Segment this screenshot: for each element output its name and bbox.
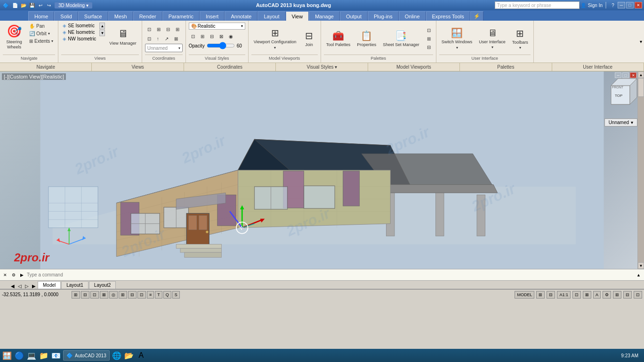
- undo-btn[interactable]: ↩: [37, 1, 44, 9]
- unnamed-input[interactable]: Unnamed ▾: [145, 44, 183, 52]
- viewport-config-btn[interactable]: ⊞ Viewport Configuration ▾: [251, 27, 299, 50]
- cmd-arrow-btn[interactable]: ▶: [19, 272, 25, 278]
- tab-annotate[interactable]: Annotate: [225, 11, 258, 21]
- section-views[interactable]: Views: [92, 63, 184, 71]
- tab-layout[interactable]: Layout: [258, 11, 285, 21]
- grid-btn[interactable]: ⊟: [81, 291, 89, 299]
- scroll-thumb[interactable]: [638, 78, 644, 97]
- coord-btn-1[interactable]: ⊡: [145, 25, 153, 33]
- command-input[interactable]: [27, 271, 633, 279]
- close-btn[interactable]: ✕: [635, 2, 642, 8]
- tab-model[interactable]: Model: [38, 281, 61, 289]
- save-btn[interactable]: 💾: [28, 1, 36, 9]
- status-extra-1[interactable]: ⊞: [613, 291, 621, 299]
- coord-btn-8[interactable]: ⊠: [172, 34, 180, 43]
- tab-plugins[interactable]: Plug-ins: [368, 11, 399, 21]
- viewport-scale[interactable]: ⊞: [536, 291, 545, 299]
- tab-nav-prev[interactable]: ◁: [16, 283, 23, 289]
- viewport-scale-2[interactable]: ⊟: [547, 291, 555, 299]
- tab-home[interactable]: Home: [28, 11, 54, 21]
- vs-btn-1[interactable]: ⊡: [189, 31, 197, 41]
- orbit-btn[interactable]: 🔄 Orbit ▾: [27, 30, 55, 37]
- status-extra-2[interactable]: ⊟: [623, 291, 632, 299]
- nav-cube[interactable]: TOP FRONT: [602, 76, 639, 114]
- steering-wheels-btn[interactable]: 🎯 Steering Wheels: [3, 23, 25, 51]
- tab-manage[interactable]: Manage: [309, 11, 340, 21]
- tab-layout2[interactable]: Layout2: [89, 281, 116, 289]
- section-palettes[interactable]: Palettes: [460, 63, 552, 71]
- cmd-settings-btn[interactable]: ⚙: [10, 272, 17, 278]
- otrack-btn[interactable]: ⊞: [119, 291, 127, 299]
- opacity-slider[interactable]: [207, 43, 235, 48]
- viewport-label[interactable]: [-][Custom View][Realistic]: [2, 73, 66, 80]
- tab-parametric[interactable]: Parametric: [162, 11, 200, 21]
- cmd-scroll-btn[interactable]: ▲: [635, 272, 642, 278]
- clean-screen[interactable]: ⊡: [634, 291, 642, 299]
- tab-mesh[interactable]: Mesh: [108, 11, 133, 21]
- coord-btn-4[interactable]: ⊞: [173, 25, 182, 33]
- lw-btn[interactable]: ≡: [147, 291, 154, 299]
- tab-extra[interactable]: ⚡: [470, 11, 483, 21]
- visual-style-selector[interactable]: 🎨 Realistic ▾: [189, 23, 245, 30]
- palette-extra-1[interactable]: ⊡: [425, 26, 433, 34]
- section-visual-styles[interactable]: Visual Styles▾: [276, 63, 368, 71]
- view-manager-btn[interactable]: 🖥 View Manager: [107, 23, 138, 51]
- palette-extra-2[interactable]: ⊞: [425, 35, 433, 42]
- ne-isometric-btn[interactable]: ◈ NE Isometric: [61, 29, 97, 35]
- viewport-minimize[interactable]: ─: [615, 72, 621, 78]
- taskbar-icon-3[interactable]: 📁: [39, 350, 49, 361]
- vs-btn-4[interactable]: ⊠: [217, 31, 225, 41]
- osnap-btn[interactable]: ◎: [109, 291, 118, 299]
- restore-btn[interactable]: □: [626, 2, 634, 8]
- tab-view[interactable]: View: [286, 11, 309, 21]
- section-navigate[interactable]: Navigate: [0, 63, 92, 71]
- autocad-taskbar-btn[interactable]: 🔷 AutoCAD 2013: [63, 350, 110, 361]
- viewport-canvas[interactable]: ✛ 2pro.ir 2pro.ir 2pro.ir 2pro.ir 2pro.i…: [0, 71, 644, 269]
- workspace-selector[interactable]: 3D Modeling ▾: [55, 2, 92, 8]
- switch-windows-btn[interactable]: 🪟 Switch Windows ▾: [439, 27, 475, 50]
- minimize-btn[interactable]: ─: [618, 2, 625, 8]
- tab-nav-next[interactable]: ▷: [24, 283, 30, 289]
- extents-btn[interactable]: ⊞ Extents ▾: [27, 38, 55, 45]
- tab-insert[interactable]: Insert: [200, 11, 225, 21]
- help-btn[interactable]: ?: [609, 1, 617, 9]
- sheet-set-manager-btn[interactable]: 📑 Sheet Set Manager: [380, 27, 422, 50]
- viewport-close[interactable]: ✕: [630, 72, 636, 78]
- scroll-down-btn[interactable]: ▼: [638, 262, 644, 269]
- se-isometric-btn[interactable]: ◈ SE Isometric: [61, 23, 97, 29]
- tab-surface[interactable]: Surface: [78, 11, 108, 21]
- tab-nav-right[interactable]: ▶: [31, 283, 37, 289]
- tab-nav-left[interactable]: ◀: [9, 283, 16, 289]
- vs-btn-2[interactable]: ⊞: [198, 31, 207, 41]
- vs-btn-5[interactable]: ◉: [226, 31, 235, 41]
- scroll-track[interactable]: [638, 78, 644, 262]
- tab-layout1[interactable]: Layout1: [61, 281, 89, 289]
- sc-btn[interactable]: S: [172, 291, 180, 299]
- pan-btn[interactable]: ✋ Pan: [27, 23, 55, 30]
- taskbar-icon-5[interactable]: 🌐: [112, 350, 122, 361]
- ribbon-collapse[interactable]: ▾: [638, 21, 644, 63]
- viewport-restore[interactable]: □: [622, 72, 629, 78]
- dyn-btn[interactable]: ⊡: [137, 291, 146, 299]
- join-btn[interactable]: ⊟ Join: [301, 27, 318, 50]
- properties-btn[interactable]: 📋 Properties: [354, 27, 378, 50]
- viewport-scrollbar[interactable]: ▲ ▼: [637, 71, 644, 269]
- model-indicator[interactable]: MODEL: [515, 291, 534, 299]
- qp-btn[interactable]: Q: [163, 291, 171, 299]
- coord-btn-2[interactable]: ⊞: [154, 25, 163, 33]
- tab-express-tools[interactable]: Express Tools: [426, 11, 470, 21]
- coord-btn-7[interactable]: ↗: [162, 34, 171, 43]
- scroll-up-btn[interactable]: ▲: [638, 71, 644, 78]
- section-coordinates[interactable]: Coordinates: [184, 63, 276, 71]
- tab-output[interactable]: Output: [340, 11, 368, 21]
- viewport-named-dropdown[interactable]: Unnamed ▾: [604, 118, 637, 126]
- scale-display[interactable]: A 1:1: [557, 291, 571, 299]
- ducs-btn[interactable]: ⊟: [128, 291, 137, 299]
- section-user-interface[interactable]: User Interface: [552, 63, 644, 71]
- user-interface-btn[interactable]: 🖥 User Interface ▾: [476, 27, 508, 50]
- taskbar-icon-4[interactable]: 📧: [51, 350, 61, 361]
- vs-btn-3[interactable]: ⊟: [208, 31, 216, 41]
- tool-palettes-btn[interactable]: 🧰 Tool Palettes: [324, 27, 353, 50]
- tpmode-btn[interactable]: T: [155, 291, 162, 299]
- workspace-settings[interactable]: ⚙: [603, 291, 611, 299]
